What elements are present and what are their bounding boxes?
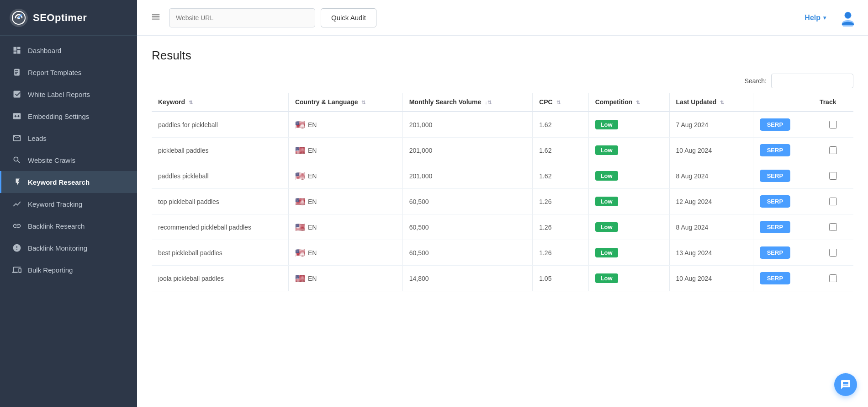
cpc-cell: 1.26 xyxy=(533,240,588,266)
sort-icon-volume[interactable]: ↓⇅ xyxy=(485,100,492,106)
sort-icon-competition[interactable]: ⇅ xyxy=(636,100,640,106)
cpc-cell: 1.62 xyxy=(533,163,588,189)
competition-badge: Low xyxy=(595,273,618,283)
tracking-icon xyxy=(12,199,21,209)
hamburger-icon xyxy=(151,12,161,22)
language-code: EN xyxy=(308,121,317,129)
user-icon xyxy=(839,9,857,27)
keyword-cell: top pickleball paddles xyxy=(152,189,288,214)
serp-cell: SERP xyxy=(753,240,813,266)
country-cell: 🇺🇸 EN xyxy=(288,163,402,189)
updated-cell: 8 Aug 2024 xyxy=(669,163,753,189)
keyword-research-icon xyxy=(12,177,21,187)
serp-button[interactable]: SERP xyxy=(760,170,790,182)
quick-audit-button[interactable]: Quick Audit xyxy=(321,8,376,27)
flag-icon: 🇺🇸 xyxy=(295,222,305,232)
country-cell: 🇺🇸 EN xyxy=(288,138,402,163)
flag-icon: 🇺🇸 xyxy=(295,197,305,207)
track-checkbox[interactable] xyxy=(829,146,837,154)
language-code: EN xyxy=(308,147,317,154)
cpc-cell: 1.05 xyxy=(533,266,588,291)
sidebar-item-white-label-reports[interactable]: White Label Reports xyxy=(0,83,137,105)
serp-button[interactable]: SERP xyxy=(760,195,790,208)
help-button[interactable]: Help ▾ xyxy=(804,14,826,22)
sidebar-item-backlink-monitoring[interactable]: Backlink Monitoring xyxy=(0,237,137,259)
sidebar-logo: SEOptimer xyxy=(0,0,137,36)
flag-icon: 🇺🇸 xyxy=(295,171,305,181)
leads-icon xyxy=(12,134,21,143)
dashboard-icon xyxy=(12,46,21,55)
url-input[interactable] xyxy=(169,8,315,27)
updated-cell: 10 Aug 2024 xyxy=(669,266,753,291)
keyword-cell: pickleball paddles xyxy=(152,138,288,163)
sidebar-item-bulk-reporting[interactable]: Bulk Reporting xyxy=(0,259,137,281)
search-bar: Search: xyxy=(152,74,853,88)
track-cell xyxy=(813,138,853,163)
backlink-icon xyxy=(12,221,21,230)
sidebar-item-website-crawls[interactable]: Website Crawls xyxy=(0,149,137,171)
keyword-cell: joola pickleball paddles xyxy=(152,266,288,291)
main-content: Quick Audit Help ▾ Results Search: xyxy=(137,0,868,407)
sidebar-item-report-templates[interactable]: Report Templates xyxy=(0,61,137,83)
serp-cell: SERP xyxy=(753,163,813,189)
chat-bubble[interactable] xyxy=(834,373,857,396)
flag-icon: 🇺🇸 xyxy=(295,120,305,130)
serp-button[interactable]: SERP xyxy=(760,272,790,284)
track-checkbox[interactable] xyxy=(829,121,837,129)
sidebar-item-leads[interactable]: Leads xyxy=(0,127,137,149)
track-cell xyxy=(813,214,853,240)
serp-cell: SERP xyxy=(753,138,813,163)
updated-cell: 13 Aug 2024 xyxy=(669,240,753,266)
flag-icon: 🇺🇸 xyxy=(295,248,305,258)
track-cell xyxy=(813,163,853,189)
language-code: EN xyxy=(308,249,317,257)
flag-icon: 🇺🇸 xyxy=(295,145,305,155)
country-cell: 🇺🇸 EN xyxy=(288,266,402,291)
hamburger-button[interactable] xyxy=(148,9,164,27)
track-checkbox[interactable] xyxy=(829,249,837,257)
th-volume: Monthly Search Volume ↓⇅ xyxy=(402,93,533,112)
sidebar-item-backlink-research[interactable]: Backlink Research xyxy=(0,215,137,237)
sidebar-item-keyword-tracking[interactable]: Keyword Tracking xyxy=(0,193,137,215)
table-row: joola pickleball paddles 🇺🇸 EN 14,800 1.… xyxy=(152,266,853,291)
sort-icon-country[interactable]: ⇅ xyxy=(361,100,365,106)
results-table: Keyword ⇅ Country & Language ⇅ Monthly S… xyxy=(152,93,853,291)
updated-cell: 8 Aug 2024 xyxy=(669,214,753,240)
search-input[interactable] xyxy=(771,74,853,88)
track-cell xyxy=(813,189,853,214)
table-row: top pickleball paddles 🇺🇸 EN 60,500 1.26… xyxy=(152,189,853,214)
language-code: EN xyxy=(308,198,317,205)
serp-button[interactable]: SERP xyxy=(760,246,790,259)
sidebar-item-keyword-research[interactable]: Keyword Research xyxy=(0,171,137,193)
language-code: EN xyxy=(308,275,317,282)
track-checkbox[interactable] xyxy=(829,172,837,180)
track-cell xyxy=(813,240,853,266)
content-area: Results Search: Keyword ⇅ Country & Lang… xyxy=(137,36,868,407)
sort-icon-updated[interactable]: ⇅ xyxy=(720,100,724,106)
sort-icon-cpc[interactable]: ⇅ xyxy=(556,100,561,106)
country-cell: 🇺🇸 EN xyxy=(288,240,402,266)
serp-button[interactable]: SERP xyxy=(760,144,790,156)
track-checkbox[interactable] xyxy=(829,198,837,205)
cpc-cell: 1.26 xyxy=(533,189,588,214)
track-checkbox[interactable] xyxy=(829,274,837,282)
updated-cell: 12 Aug 2024 xyxy=(669,189,753,214)
serp-cell: SERP xyxy=(753,266,813,291)
serp-button[interactable]: SERP xyxy=(760,118,790,131)
serp-cell: SERP xyxy=(753,214,813,240)
sidebar-item-dashboard[interactable]: Dashboard xyxy=(0,39,137,61)
user-avatar[interactable] xyxy=(839,9,857,27)
flag-icon: 🇺🇸 xyxy=(295,273,305,284)
updated-cell: 10 Aug 2024 xyxy=(669,138,753,163)
track-checkbox[interactable] xyxy=(829,223,837,231)
th-keyword: Keyword ⇅ xyxy=(152,93,288,112)
sidebar-item-embedding-settings[interactable]: Embedding Settings xyxy=(0,105,137,127)
sort-icon-keyword[interactable]: ⇅ xyxy=(189,100,193,106)
competition-cell: Low xyxy=(588,266,669,291)
volume-cell: 14,800 xyxy=(402,266,533,291)
competition-badge: Low xyxy=(595,120,618,129)
volume-cell: 60,500 xyxy=(402,189,533,214)
volume-cell: 201,000 xyxy=(402,112,533,138)
th-track: Track xyxy=(813,93,853,112)
serp-button[interactable]: SERP xyxy=(760,221,790,233)
